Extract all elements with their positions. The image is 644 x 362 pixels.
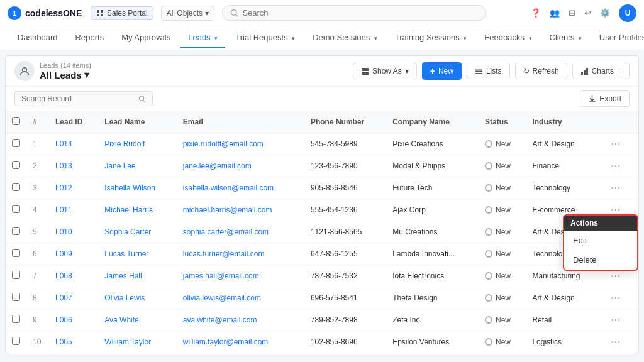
refresh-button[interactable]: ↻ Refresh [515, 63, 567, 79]
row-actions-cell[interactable]: ··· [601, 133, 638, 155]
lists-button[interactable]: Lists [467, 63, 510, 79]
actions-dots-button[interactable]: ··· [607, 181, 625, 194]
global-search-bar[interactable] [222, 5, 486, 21]
row-lead-name[interactable]: Isabella Wilson [98, 177, 177, 199]
row-lead-name[interactable]: William Taylor [98, 331, 177, 353]
row-lead-id[interactable]: L014 [49, 133, 98, 155]
actions-dots-button[interactable]: ··· [607, 269, 625, 282]
charts-button[interactable]: Charts = [572, 63, 630, 79]
nav-item-trial-requests[interactable]: Trial Requests ▾ [228, 28, 303, 48]
row-checkbox[interactable] [12, 337, 20, 345]
objects-dropdown[interactable]: All Objects ▾ [161, 6, 214, 21]
row-actions-cell[interactable]: ··· [601, 331, 638, 353]
leads-title[interactable]: All Leads ▾ [40, 69, 91, 80]
delete-action[interactable]: Delete [564, 250, 637, 270]
row-lead-name[interactable]: Lucas Turner [98, 243, 177, 265]
row-checkbox[interactable] [12, 293, 20, 301]
actions-dots-button[interactable]: ··· [607, 335, 625, 348]
edit-action[interactable]: Edit [564, 231, 637, 250]
portal-badge[interactable]: Sales Portal [91, 6, 153, 20]
history-icon[interactable]: ↩ [584, 8, 591, 18]
row-checkbox[interactable] [12, 227, 20, 235]
row-email[interactable]: olivia.lewis@email.com [177, 287, 304, 309]
row-email[interactable]: lucas.turner@email.com [177, 243, 304, 265]
nav-item-training-sessions[interactable]: Training Sessions ▾ [387, 28, 474, 48]
row-lead-id[interactable]: L011 [49, 199, 98, 221]
nav-item-clients[interactable]: Clients ▾ [542, 28, 589, 48]
row-email[interactable]: emily.johnson@email.com [177, 353, 304, 354]
row-checkbox-cell[interactable] [6, 155, 26, 177]
help-icon[interactable]: ❓ [531, 8, 541, 18]
export-button[interactable]: Export [580, 90, 630, 107]
nav-item-dashboard[interactable]: Dashboard [10, 28, 65, 48]
row-lead-id[interactable]: L005 [49, 331, 98, 353]
row-email[interactable]: william.taylor@email.com [177, 331, 304, 353]
row-lead-id[interactable]: L008 [49, 265, 98, 287]
row-checkbox-cell[interactable] [6, 287, 26, 309]
row-email[interactable]: sophia.carter@email.com [177, 221, 304, 243]
nav-item-user-profiles[interactable]: User Profiles ▾ [592, 28, 644, 48]
nav-item-reports[interactable]: Reports [68, 28, 112, 48]
row-checkbox-cell[interactable] [6, 243, 26, 265]
search-record-input[interactable] [21, 94, 135, 103]
row-lead-id[interactable]: L013 [49, 155, 98, 177]
row-actions-cell[interactable]: ··· [601, 287, 638, 309]
search-record-field[interactable] [14, 91, 153, 106]
row-email[interactable]: pixie.rudolff@email.com [177, 133, 304, 155]
row-actions-cell[interactable]: ··· [601, 177, 638, 199]
nav-item-leads[interactable]: Leads ▾ [180, 28, 225, 48]
row-lead-id[interactable]: L010 [49, 221, 98, 243]
actions-dots-button[interactable]: ··· [607, 137, 625, 150]
row-actions-cell[interactable]: ··· [601, 309, 638, 331]
row-checkbox-cell[interactable] [6, 199, 26, 221]
row-checkbox-cell[interactable] [6, 133, 26, 155]
row-lead-name[interactable]: James Hall [98, 265, 177, 287]
row-lead-id[interactable]: L006 [49, 309, 98, 331]
row-lead-id[interactable]: L007 [49, 287, 98, 309]
avatar[interactable]: U [619, 4, 636, 22]
nav-item-demo-sessions[interactable]: Demo Sessions ▾ [305, 28, 385, 48]
row-email[interactable]: ava.white@email.com [177, 309, 304, 331]
row-checkbox[interactable] [12, 249, 20, 257]
row-checkbox[interactable] [12, 315, 20, 323]
row-email[interactable]: james.hall@email.com [177, 265, 304, 287]
row-lead-name[interactable]: Sophia Carter [98, 221, 177, 243]
row-checkbox[interactable] [12, 271, 20, 279]
row-lead-name[interactable]: Emily Johnson [98, 353, 177, 354]
global-search-input[interactable] [242, 8, 478, 18]
row-checkbox-cell[interactable] [6, 309, 26, 331]
new-button[interactable]: + New [422, 62, 462, 80]
row-checkbox[interactable] [12, 139, 20, 147]
row-lead-id[interactable]: L009 [49, 243, 98, 265]
row-checkbox[interactable] [12, 183, 20, 191]
row-lead-name[interactable]: Jane Lee [98, 155, 177, 177]
row-checkbox[interactable] [12, 205, 20, 213]
row-lead-id[interactable]: L004 [49, 353, 98, 354]
users-icon[interactable]: 👥 [550, 8, 560, 18]
row-checkbox-cell[interactable] [6, 177, 26, 199]
row-email[interactable]: isabella.wilson@email.com [177, 177, 304, 199]
row-email[interactable]: jane.lee@email.com [177, 155, 304, 177]
actions-dots-button[interactable]: ··· [607, 291, 625, 304]
nav-item-feedbacks[interactable]: Feedbacks ▾ [477, 28, 539, 48]
settings-icon[interactable]: ⚙️ [600, 8, 610, 18]
actions-dots-button[interactable]: ··· [607, 159, 625, 172]
row-checkbox-cell[interactable] [6, 331, 26, 353]
nav-item-approvals[interactable]: My Approvals [114, 28, 178, 48]
row-checkbox-cell[interactable] [6, 221, 26, 243]
row-checkbox[interactable] [12, 161, 20, 169]
actions-dots-button[interactable]: ··· [607, 313, 625, 326]
row-lead-name[interactable]: Ava White [98, 309, 177, 331]
apps-icon[interactable]: ⊞ [569, 8, 575, 18]
row-checkbox-cell[interactable] [6, 353, 26, 354]
select-all-checkbox[interactable] [12, 117, 20, 125]
row-lead-name[interactable]: Olivia Lewis [98, 287, 177, 309]
row-lead-name[interactable]: Pixie Rudolf [98, 133, 177, 155]
row-actions-cell[interactable]: ··· [601, 155, 638, 177]
show-as-button[interactable]: Show As ▾ [353, 63, 417, 79]
row-actions-cell[interactable]: ··· [601, 353, 638, 354]
row-checkbox-cell[interactable] [6, 265, 26, 287]
row-lead-id[interactable]: L012 [49, 177, 98, 199]
row-email[interactable]: michael.harris@email.com [177, 199, 304, 221]
row-actions-cell[interactable]: ··· Actions Edit Delete [601, 199, 638, 221]
